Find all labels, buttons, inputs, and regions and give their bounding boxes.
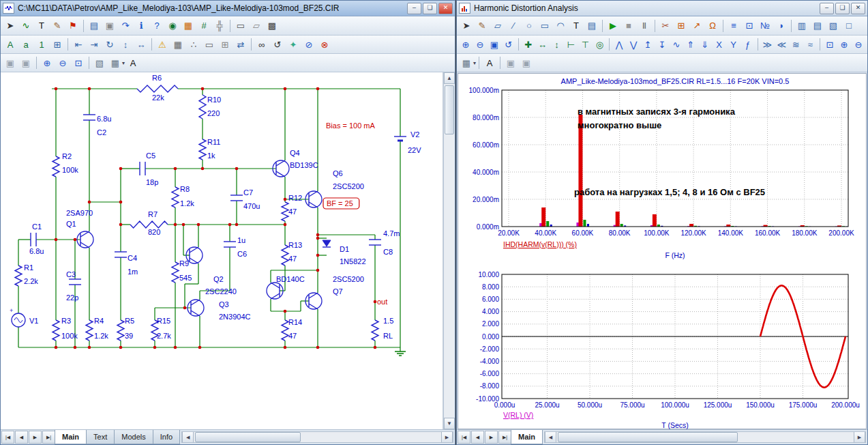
grid-mode-icon[interactable]: ▦ <box>459 55 474 70</box>
grid-icon[interactable]: ╬ <box>212 18 227 33</box>
analysis-horizontal-scrollbar[interactable]: ◀ ▶ <box>544 431 866 443</box>
arc-icon[interactable]: ◠ <box>553 18 568 33</box>
graphics-mode-icon[interactable]: ✎ <box>50 18 65 33</box>
border-icon[interactable]: ▭ <box>233 18 248 33</box>
clipboard-icon[interactable]: ▣ <box>102 18 117 33</box>
valley-icon[interactable]: ⋁ <box>627 37 640 52</box>
attribute-text-icon[interactable]: A <box>3 37 18 52</box>
mirror-vertical-icon[interactable]: ↕ <box>118 37 133 52</box>
envelope-icon[interactable]: ≋ <box>789 37 803 52</box>
image-icon[interactable]: ▧ <box>92 55 107 70</box>
global-low-icon[interactable]: ⇓ <box>698 37 712 52</box>
text-mode-icon[interactable]: T <box>34 18 49 33</box>
schematic-titlebar[interactable]: C:\MC11\DATA\Petrov\AMP_Like_Melodiya-10… <box>1 1 455 16</box>
font-icon[interactable]: A <box>482 55 497 70</box>
text-mode-icon[interactable]: T <box>569 18 584 33</box>
design-rule-check-icon[interactable]: ⚠ <box>155 37 170 52</box>
ellipse-icon[interactable]: ○ <box>522 18 537 33</box>
graphics-mode-icon[interactable]: ✎ <box>475 18 490 33</box>
zoom-in-alt-icon[interactable]: ⊕ <box>837 37 851 52</box>
copy-page-icon[interactable]: ▣ <box>519 55 534 70</box>
horizontal-scroll-thumb[interactable] <box>195 432 300 442</box>
horizontal-scroll-thumb[interactable] <box>558 432 738 442</box>
point-to-end-paths-icon[interactable]: ◉ <box>165 18 180 33</box>
watch-icon[interactable]: ◑ <box>773 18 788 33</box>
scroll-left-button[interactable]: ◀ <box>182 432 194 442</box>
global-high-icon[interactable]: ⇑ <box>684 37 698 52</box>
flag-mode-icon[interactable]: ⚑ <box>65 18 80 33</box>
select-icon[interactable]: ➤ <box>459 18 474 33</box>
fft-icon[interactable]: ≈ <box>803 37 817 52</box>
zoom-area-icon[interactable]: ⊡ <box>71 55 86 70</box>
analysis-limits-icon[interactable]: ⊞ <box>674 18 689 33</box>
close-button[interactable]: ✕ <box>851 3 865 14</box>
stepping-icon[interactable]: ↗ <box>689 18 704 33</box>
align-right-icon[interactable]: ⇥ <box>87 37 102 52</box>
zoom-out-icon[interactable]: ⊖ <box>55 55 70 70</box>
region-enable-icon[interactable]: ▦ <box>181 18 196 33</box>
calculator-icon[interactable]: ▩ <box>265 18 280 33</box>
measure-horizontal-icon[interactable]: ↔ <box>536 37 550 52</box>
run-icon[interactable]: ▶ <box>605 18 620 33</box>
zoom-out-icon[interactable]: ⊖ <box>473 37 487 52</box>
schematic-canvas[interactable]: +R622k6.8uC2R10220R111kR2100kC518pR81.2k… <box>1 72 443 429</box>
page-box-icon[interactable]: ▭ <box>202 37 217 52</box>
optimizer-icon[interactable]: Ω <box>705 18 720 33</box>
state-variables-icon[interactable]: ⊡ <box>742 18 757 33</box>
grid-toggle-icon[interactable]: ▦ <box>170 37 185 52</box>
peak-icon[interactable]: ⋀ <box>612 37 626 52</box>
grid-mode-icon[interactable]: ▦ <box>108 55 123 70</box>
first-page-button[interactable]: |◀ <box>1 431 14 444</box>
next-page-button[interactable]: ▶ <box>29 431 42 444</box>
analysis-titlebar[interactable]: Harmonic Distortion Analysis –❏✕ <box>457 1 867 16</box>
pin-numbers-icon[interactable]: 1 <box>34 37 49 52</box>
maximize-window-icon[interactable]: □ <box>841 18 856 33</box>
component-browser-icon[interactable]: ▤ <box>87 18 102 33</box>
tag-horizontal-icon[interactable]: ⊢ <box>564 37 578 52</box>
tile-horizontal-icon[interactable]: ▤ <box>810 18 825 33</box>
schematic-horizontal-scrollbar[interactable]: ◀ ▶ <box>181 431 453 443</box>
scroll-down-button[interactable]: ▼ <box>444 418 455 429</box>
cascade-icon[interactable]: ▧ <box>826 18 841 33</box>
tab-main[interactable]: Main <box>55 430 87 444</box>
next-branch-icon[interactable]: ≫ <box>760 37 774 52</box>
font-icon[interactable]: A <box>125 55 140 70</box>
tile-vertical-icon[interactable]: ▥ <box>794 18 809 33</box>
zoom-out-alt-icon[interactable]: ⊖ <box>852 37 865 52</box>
title-block-icon[interactable]: ▱ <box>249 18 264 33</box>
measure-vertical-icon[interactable]: ↕ <box>550 37 564 52</box>
new-page-icon[interactable]: ⊞ <box>218 37 233 52</box>
point-tag-icon[interactable]: ◎ <box>593 37 606 52</box>
schematic-vertical-scrollbar[interactable]: ▲ ▼ <box>443 72 455 429</box>
polygon-icon[interactable]: ▱ <box>490 18 505 33</box>
tab-main[interactable]: Main <box>511 430 543 444</box>
rotate-icon[interactable]: ↻ <box>102 37 117 52</box>
tab-text[interactable]: Text <box>86 430 115 444</box>
flip-icon[interactable]: ⇄ <box>233 37 248 52</box>
copy-page-icon[interactable]: ▣ <box>18 55 33 70</box>
cursor-mode-icon[interactable]: ✚ <box>522 37 535 52</box>
last-page-button[interactable]: ▶| <box>42 431 55 444</box>
pause-icon[interactable]: Ⅱ <box>637 18 652 33</box>
autoscale-icon[interactable]: ▣ <box>488 37 501 52</box>
numeric-format-icon[interactable]: № <box>758 18 773 33</box>
rectangle-icon[interactable]: ▭ <box>537 18 552 33</box>
numeric-output-icon[interactable]: ≡ <box>726 18 741 33</box>
grid-mode-dropdown-icon[interactable]: ▾ <box>122 60 125 66</box>
scale-mode-icon[interactable]: ⊡ <box>823 37 837 52</box>
step-box-icon[interactable]: ⊞ <box>50 37 65 52</box>
grid-text-icon[interactable]: ∴ <box>186 37 201 52</box>
zoom-in-icon[interactable]: ⊕ <box>40 55 55 70</box>
info-mode-icon[interactable]: ℹ <box>134 18 149 33</box>
align-left-icon[interactable]: ⇤ <box>71 37 86 52</box>
previous-branch-icon[interactable]: ≪ <box>775 37 788 52</box>
minimize-button[interactable]: – <box>820 3 834 14</box>
maximize-button[interactable]: ❏ <box>423 3 437 14</box>
wire-mode-icon[interactable]: ∿ <box>18 18 33 33</box>
go-to-x-icon[interactable]: X <box>713 37 726 52</box>
data-reduction-icon[interactable]: ✂ <box>658 18 673 33</box>
vertical-scroll-thumb[interactable] <box>445 85 454 134</box>
zoom-in-icon[interactable]: ⊕ <box>459 37 473 52</box>
close-button[interactable]: ✕ <box>438 3 453 14</box>
scroll-right-button[interactable]: ▶ <box>441 432 453 442</box>
